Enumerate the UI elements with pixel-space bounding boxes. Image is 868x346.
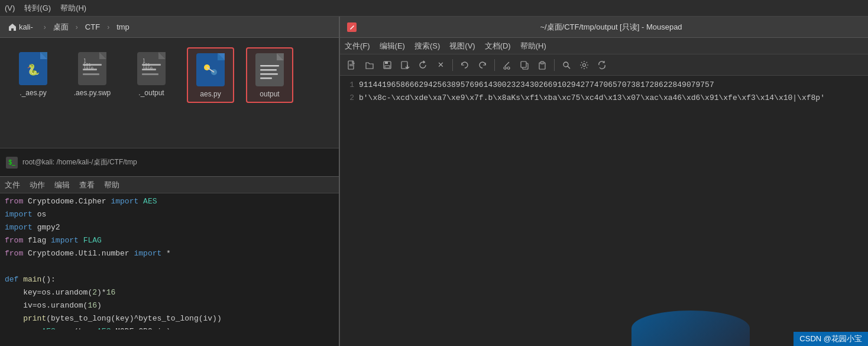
python-icon-2	[196, 53, 225, 86]
tb-copy-button[interactable]	[517, 58, 532, 72]
svg-rect-9	[83, 73, 99, 75]
file-icon-output-hidden: 1 101 1010	[136, 51, 167, 86]
svg-rect-31	[260, 65, 279, 67]
tb-new-button[interactable]	[345, 58, 359, 72]
svg-rect-32	[260, 69, 277, 71]
nav-home[interactable]: kali-	[5, 21, 37, 33]
python-icon: 🐍	[19, 52, 47, 85]
svg-point-52	[583, 63, 586, 66]
menu-view[interactable]: 查看	[79, 180, 95, 190]
tb-redo-button[interactable]	[475, 58, 490, 72]
file-icon-python: 🐍	[18, 51, 48, 86]
refresh-icon	[597, 60, 607, 70]
mousepad-titlebar: ~/桌面/CTF/tmp/output [只读] - Mousepad	[340, 17, 868, 38]
file-item-aes-py[interactable]: aes.py	[187, 47, 234, 103]
file-icon-aes-python	[195, 52, 226, 88]
mousepad-menu-file[interactable]: 文件(F)	[345, 41, 370, 51]
nav-home-label: kali-	[19, 22, 33, 31]
menu-help[interactable]: 帮助	[104, 180, 119, 190]
file-label: ._aes.py	[20, 89, 46, 97]
paste-icon	[537, 60, 547, 70]
new-file-icon	[347, 60, 357, 70]
svg-rect-36	[348, 61, 354, 69]
top-menubar: (V) 转到(G) 帮助(H)	[0, 0, 868, 17]
code-line-10: print(bytes_to_long(key)^bytes_to_long(i…	[5, 314, 334, 327]
file-item-swp[interactable]: 1 101 1010 .aes.py.swp	[69, 47, 116, 103]
mousepad-panel: ~/桌面/CTF/tmp/output [只读] - Mousepad 文件(F…	[340, 17, 868, 346]
file-manager: kali- › 桌面 › CTF › tmp	[0, 17, 340, 176]
tb-undo-button[interactable]	[458, 58, 472, 72]
undo-icon	[460, 60, 469, 70]
open-icon	[365, 60, 374, 70]
code-line-5: from Cryptodome.Util.number import *	[5, 249, 334, 262]
svg-rect-33	[260, 73, 278, 75]
svg-rect-40	[385, 62, 388, 64]
save-icon	[383, 60, 392, 70]
mousepad-menu-view[interactable]: 视图(V)	[449, 41, 475, 51]
svg-text:🐍: 🐍	[27, 63, 40, 76]
code-line-1: from Cryptodome.Cipher import AES	[5, 197, 334, 210]
terminal-icon: $_	[6, 157, 18, 169]
mousepad-app-icon	[347, 22, 357, 32]
toolbar-separator-2	[494, 59, 495, 71]
code-line-4: from flag import FLAG	[5, 236, 334, 249]
mousepad-menu-doc[interactable]: 文档(D)	[485, 41, 511, 51]
swap-icon: 1 101 1010	[78, 52, 106, 85]
file-item-output-hidden[interactable]: 1 101 1010 ._output	[128, 47, 175, 103]
menu-file[interactable]: 文件	[5, 180, 20, 190]
tb-save-button[interactable]	[380, 58, 394, 72]
tb-reload-button[interactable]	[416, 58, 430, 72]
home-icon	[8, 23, 17, 31]
mousepad-menu-search[interactable]: 搜索(S)	[414, 41, 440, 51]
file-label: output	[260, 90, 279, 98]
code-line-9: iv=os.urandom(16)	[5, 301, 334, 314]
tb-settings-button[interactable]	[577, 58, 591, 72]
tb-saveas-button[interactable]	[398, 58, 412, 72]
tb-refresh2-button[interactable]	[595, 58, 609, 72]
tb-cut-button[interactable]	[500, 58, 514, 72]
svg-line-51	[568, 66, 570, 69]
mousepad-title: ~/桌面/CTF/tmp/output [只读] - Mousepad	[361, 22, 861, 33]
redo-icon	[478, 60, 487, 70]
output-line-2: 2 b'\x8c-\xcd\xde\xa7\xe9\x7f.b\x8aKs\xf…	[340, 93, 868, 106]
breadcrumb-ctf[interactable]: CTF	[85, 22, 100, 31]
menu-item-v[interactable]: (V)	[5, 4, 15, 12]
terminal-bar: $_ root@kali: /home/kali-/桌面/CTF/tmp	[0, 148, 339, 176]
file-item-aes-py-hidden[interactable]: 🐍 ._aes.py	[9, 47, 57, 103]
find-icon	[562, 60, 571, 70]
file-label: aes.py	[200, 90, 221, 98]
code-line-11: aes=AES.new(key,AES.MODE_CBC,iv)	[5, 327, 334, 329]
code-line-7: def main():	[5, 275, 334, 288]
menu-item-goto[interactable]: 转到(G)	[24, 3, 51, 14]
menu-edit[interactable]: 编辑	[54, 180, 70, 190]
tb-paste-button[interactable]	[535, 58, 549, 72]
file-icon-swap: 1 101 1010	[77, 51, 108, 86]
tb-open-button[interactable]	[362, 58, 377, 72]
watermark-text: CSDN @花园小宝	[799, 334, 862, 343]
mousepad-menu-edit[interactable]: 编辑(E)	[380, 41, 405, 51]
mousepad-content[interactable]: 1 91144196586662942563895769614300232343…	[340, 76, 868, 346]
svg-rect-49	[540, 62, 544, 64]
text-file-icon	[255, 53, 284, 86]
output-hidden-icon: 1 101 1010	[137, 52, 166, 85]
file-icon-output	[254, 52, 285, 88]
breadcrumb-desktop[interactable]: 桌面	[53, 22, 69, 33]
toolbar-separator-1	[452, 59, 453, 71]
tb-find-button[interactable]	[559, 58, 574, 72]
file-item-output[interactable]: output	[246, 47, 293, 103]
mousepad-menubar: 文件(F) 编辑(E) 搜索(S) 视图(V) 文档(D) 帮助(H)	[340, 38, 868, 54]
tb-close-button[interactable]: ✕	[433, 58, 448, 72]
gear-icon	[579, 60, 589, 70]
code-line-3: import gmpy2	[5, 223, 334, 236]
copy-icon	[520, 60, 529, 70]
code-line-6	[5, 262, 334, 275]
breadcrumb-tmp[interactable]: tmp	[116, 22, 129, 31]
code-editor: 文件 动作 编辑 查看 帮助 from Cryptodome.Cipher im…	[0, 176, 340, 346]
menu-item-help[interactable]: 帮助(H)	[60, 3, 86, 14]
cut-icon	[502, 60, 511, 70]
toolbar-separator-3	[554, 59, 555, 71]
file-label: .aes.py.swp	[74, 89, 111, 97]
mousepad-menu-help[interactable]: 帮助(H)	[520, 41, 546, 51]
menu-action[interactable]: 动作	[30, 180, 45, 190]
main-layout: kali- › 桌面 › CTF › tmp	[0, 17, 868, 346]
